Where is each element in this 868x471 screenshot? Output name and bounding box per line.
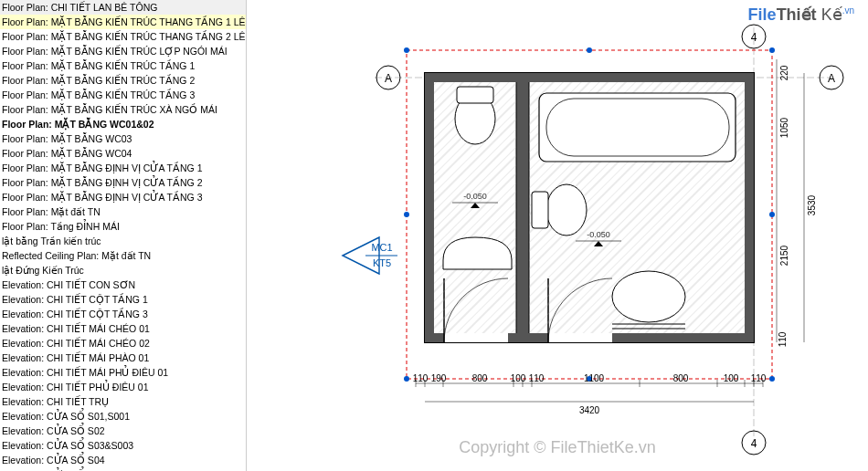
tree-item-26[interactable]: Elevation: CHI TIẾT PHỦ ĐIÊU 01	[0, 380, 246, 394]
tree-item-19[interactable]: Elevation: CHI TIẾT CON SƠN	[0, 277, 246, 292]
tree-item-24[interactable]: Elevation: CHI TIẾT MÁI PHÀO 01	[0, 351, 246, 365]
svg-point-7	[404, 47, 409, 53]
svg-point-14	[769, 212, 775, 217]
svg-rect-19	[425, 73, 434, 342]
tree-item-0[interactable]: Floor Plan: CHI TIẾT LAN BÊ TÔNG	[0, 0, 246, 15]
tree-item-30[interactable]: Elevation: CỬA SỔ S03&S003	[0, 438, 246, 453]
section-marker[interactable]: MC1 KT5	[343, 237, 397, 274]
dimensions-bottom: 110 190 800 100 110 1100 800 100 110 342…	[413, 373, 767, 415]
svg-rect-30	[457, 87, 493, 103]
tree-item-2[interactable]: Floor Plan: MẶT BẰNG KIẾN TRÚC THANG TẦN…	[0, 29, 246, 44]
tree-item-27[interactable]: Elevation: CHI TIẾT TRỤ	[0, 394, 246, 409]
svg-text:1050: 1050	[779, 117, 789, 138]
tree-item-17[interactable]: Reflected Ceiling Plan: Mặt đất TN	[0, 248, 246, 263]
svg-rect-34	[532, 192, 548, 228]
grid-bubble-4-top: 4	[751, 31, 757, 44]
tree-item-23[interactable]: Elevation: CHI TIẾT MÁI CHÉO 02	[0, 336, 246, 351]
tree-item-7[interactable]: Floor Plan: MẶT BẰNG KIẾN TRÚC XÀ NGỒ MÁ…	[0, 102, 246, 117]
svg-point-9	[404, 376, 409, 382]
svg-text:100: 100	[724, 373, 739, 383]
tree-item-12[interactable]: Floor Plan: MẶT BẰNG ĐỊNH VỊ CỬA TẦNG 2	[0, 175, 246, 190]
tree-item-21[interactable]: Elevation: CHI TIẾT CỘT TẦNG 3	[0, 307, 246, 321]
dimensions-right: 220 1050 2150 110 3530	[777, 59, 817, 347]
tree-item-11[interactable]: Floor Plan: MẶT BẰNG ĐỊNH VỊ CỬA TẦNG 1	[0, 161, 246, 175]
svg-text:110: 110	[751, 373, 767, 383]
svg-text:3420: 3420	[579, 405, 600, 415]
grid-bubble-A-left: A	[385, 72, 392, 85]
tree-item-20[interactable]: Elevation: CHI TIẾT CỘT TẦNG 1	[0, 292, 246, 307]
svg-point-8	[769, 47, 775, 53]
project-browser[interactable]: Floor Plan: CHI TIẾT LAN BÊ TÔNGFloor Pl…	[0, 0, 247, 471]
tree-item-16[interactable]: lật bằng Trần kiến trúc	[0, 234, 246, 248]
svg-point-33	[546, 184, 587, 236]
svg-rect-17	[425, 73, 754, 82]
svg-text:KT5: KT5	[373, 257, 391, 268]
svg-point-10	[769, 376, 775, 382]
svg-text:220: 220	[779, 65, 789, 80]
grid-bubble-4-bottom: 4	[751, 437, 757, 450]
tree-item-1[interactable]: Floor Plan: MẶT BẰNG KIẾN TRÚC THANG TẦN…	[0, 15, 246, 29]
tree-item-22[interactable]: Elevation: CHI TIẾT MÁI CHÉO 01	[0, 321, 246, 336]
tree-item-6[interactable]: Floor Plan: MẶT BẰNG KIẾN TRÚC TẦNG 3	[0, 88, 246, 102]
svg-text:1100: 1100	[584, 373, 605, 383]
drawing-canvas[interactable]: FileThiết Kế.vn A A 4 4	[247, 0, 868, 471]
grid-bubble-A-right: A	[828, 72, 835, 85]
tree-item-25[interactable]: Elevation: CHI TIẾT MÁI PHỦ ĐIÊU 01	[0, 365, 246, 380]
svg-text:800: 800	[673, 373, 689, 383]
svg-rect-20	[745, 73, 754, 342]
svg-rect-23	[548, 333, 612, 342]
tree-item-10[interactable]: Floor Plan: MẶT BẰNG WC04	[0, 146, 246, 161]
svg-text:190: 190	[431, 373, 447, 383]
tree-item-9[interactable]: Floor Plan: MẶT BẰNG WC03	[0, 131, 246, 146]
svg-rect-21	[444, 333, 508, 342]
tree-item-29[interactable]: Elevation: CỬA SỔ S02	[0, 424, 246, 438]
svg-text:2150: 2150	[779, 245, 789, 266]
tree-item-18[interactable]: lật Đứng Kiến Trúc	[0, 263, 246, 277]
tree-item-15[interactable]: Floor Plan: Tầng ĐỈNH MÁI	[0, 219, 246, 234]
tree-item-4[interactable]: Floor Plan: MẶT BẰNG KIẾN TRÚC TẦNG 1	[0, 58, 246, 73]
elevation-label-1: -0.050	[463, 192, 487, 201]
svg-point-13	[404, 212, 409, 217]
svg-text:110: 110	[778, 331, 788, 347]
tree-item-28[interactable]: Elevation: CỬA SỔ S01,S001	[0, 409, 246, 424]
tree-item-14[interactable]: Floor Plan: Mặt đất TN	[0, 204, 246, 219]
tree-item-8[interactable]: Floor Plan: MẶT BẰNG WC01&02	[0, 117, 246, 131]
svg-text:100: 100	[511, 373, 526, 383]
tree-item-13[interactable]: Floor Plan: MẶT BẰNG ĐỊNH VỊ CỬA TẦNG 3	[0, 190, 246, 204]
svg-point-35	[612, 271, 685, 322]
svg-point-11	[587, 47, 592, 53]
elevation-label-2: -0.050	[587, 230, 610, 239]
svg-rect-31	[539, 93, 736, 162]
svg-text:110: 110	[529, 373, 545, 383]
svg-rect-16	[516, 73, 529, 342]
svg-text:110: 110	[413, 373, 429, 383]
tree-item-3[interactable]: Floor Plan: MẶT BẰNG KIẾN TRÚC LỢP NGÓI …	[0, 44, 246, 58]
tree-item-32[interactable]: Elevation: CỬA SỔ S05	[0, 467, 246, 471]
floor-plan-svg: A A 4 4	[247, 0, 868, 471]
svg-text:MC1: MC1	[371, 242, 392, 253]
watermark: Copyright © FileThietKe.vn	[459, 438, 655, 457]
svg-text:800: 800	[472, 373, 488, 383]
tree-item-5[interactable]: Floor Plan: MẶT BẰNG KIẾN TRÚC TẦNG 2	[0, 73, 246, 88]
tree-item-31[interactable]: Elevation: CỬA SỔ S04	[0, 453, 246, 467]
svg-text:3530: 3530	[807, 194, 817, 215]
